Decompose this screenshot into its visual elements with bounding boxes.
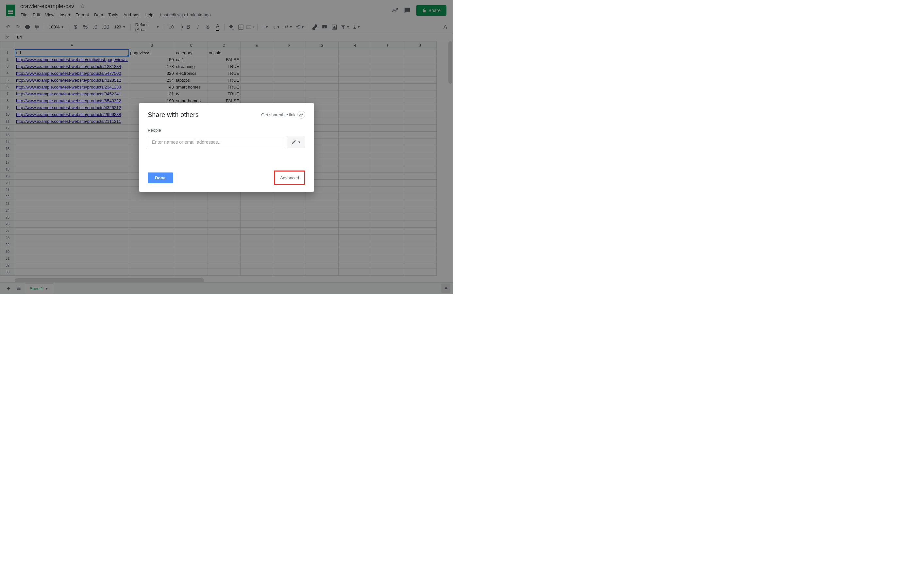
get-shareable-link[interactable]: Get shareable link (261, 111, 305, 119)
get-link-label: Get shareable link (261, 112, 295, 117)
people-label: People (148, 128, 305, 132)
modal-title: Share with others (148, 111, 199, 119)
advanced-link[interactable]: Advanced (280, 175, 299, 180)
people-input[interactable] (148, 136, 285, 148)
link-icon (297, 111, 305, 119)
done-button[interactable]: Done (148, 172, 173, 183)
pencil-icon (291, 140, 297, 145)
advanced-highlight: Advanced (274, 171, 305, 185)
chevron-down-icon: ▼ (298, 140, 301, 144)
modal-overlay[interactable]: Share with others Get shareable link Peo… (0, 0, 453, 294)
permission-dropdown[interactable]: ▼ (287, 136, 305, 148)
share-modal: Share with others Get shareable link Peo… (139, 103, 314, 192)
